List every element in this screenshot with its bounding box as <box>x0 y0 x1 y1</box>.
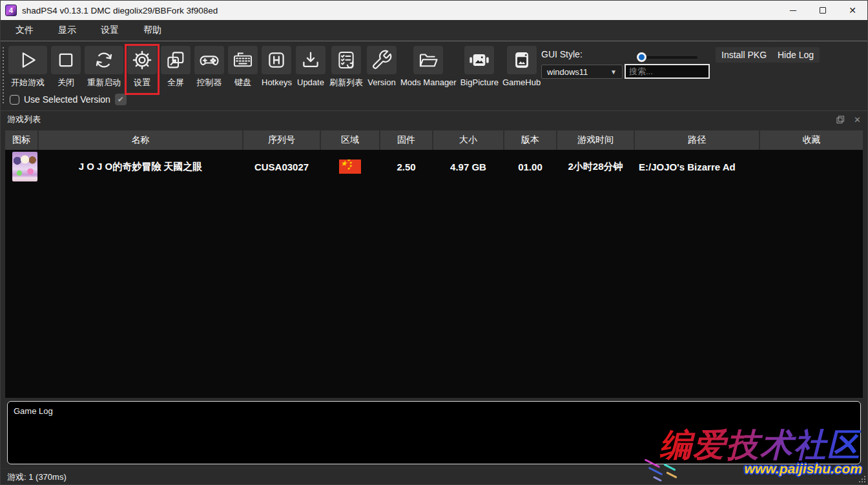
shadps4-window: 4 shadPS4 v0.13.1 DMC diegolix29/BBFork … <box>0 0 868 485</box>
chevron-down-icon: ▼ <box>610 68 617 76</box>
cell-path: E:/JOJO's Bizarre Ad <box>635 161 759 172</box>
game-hub-button[interactable]: GameHub <box>502 46 541 87</box>
column-header-size[interactable]: 大小 <box>433 130 503 150</box>
titlebar: 4 shadPS4 v0.13.1 DMC diegolix29/BBFork … <box>1 1 867 20</box>
table-header-row: 图标 名称 序列号 区域 固件 大小 版本 游戏时间 路径 收藏 <box>5 130 863 150</box>
game-log-title: Game Log <box>14 406 53 416</box>
use-selected-version-row: Use Selected Version ✔ <box>10 94 127 105</box>
dock-close-button[interactable]: ✕ <box>854 115 861 125</box>
settings-button[interactable]: 设置 <box>127 46 157 87</box>
gui-style-select[interactable]: windows11 ▼ <box>541 65 623 79</box>
install-pkg-button[interactable]: Install PKG <box>716 47 772 63</box>
version-toggle-checkbox[interactable]: ✔ <box>115 94 127 105</box>
version-button[interactable]: Version <box>367 46 397 87</box>
game-list-area: J O J O的奇妙冒險 天國之眼 CUSA03027 ★★★★★ 2.50 4… <box>5 150 863 398</box>
gui-style-select-value: windows11 <box>547 67 588 77</box>
column-header-playtime[interactable]: 游戏时间 <box>557 130 634 150</box>
gui-style-cluster: GUI Style: Install PKG Hide Log windows1… <box>541 46 867 108</box>
column-header-name[interactable]: 名称 <box>39 130 242 150</box>
fullscreen-button[interactable]: 全屏 <box>161 46 191 87</box>
controller-icon <box>198 49 220 71</box>
big-picture-icon <box>468 49 490 71</box>
cell-version: 01.00 <box>504 161 556 172</box>
cell-serial: CUSA03027 <box>243 161 320 172</box>
use-selected-version-label: Use Selected Version <box>24 94 110 105</box>
search-input[interactable] <box>625 64 710 79</box>
minimize-button[interactable]: ─ <box>778 1 808 20</box>
play-icon <box>17 49 39 71</box>
close-button[interactable]: ✕ <box>838 1 867 20</box>
toolbar: 开始游戏 关闭 重新启动 设置 全屏 控制器 <box>1 42 867 110</box>
column-header-icon[interactable]: 图标 <box>5 130 37 150</box>
play-button[interactable]: 开始游戏 <box>8 46 47 87</box>
cell-size: 4.97 GB <box>433 161 503 172</box>
hide-log-button[interactable]: Hide Log <box>772 47 820 63</box>
folder-icon <box>417 49 439 71</box>
cell-firmware: 2.50 <box>380 161 432 172</box>
download-icon <box>300 49 322 71</box>
maximize-icon <box>820 7 826 14</box>
status-text: 游戏: 1 (370ms) <box>7 471 67 483</box>
column-header-favorite[interactable]: 收藏 <box>760 130 863 150</box>
stop-button[interactable]: 关闭 <box>51 46 81 87</box>
use-selected-version-checkbox[interactable] <box>10 95 19 105</box>
game-list-title: 游戏列表 <box>7 114 41 125</box>
column-header-serial[interactable]: 序列号 <box>243 130 320 150</box>
game-cover-image <box>12 152 37 181</box>
gear-icon <box>131 49 153 71</box>
menu-view[interactable]: 显示 <box>54 23 80 38</box>
restart-icon <box>93 49 115 71</box>
log-panel: Game Log <box>1 398 867 468</box>
gui-style-slider[interactable] <box>637 52 698 62</box>
menu-settings[interactable]: 设置 <box>97 23 123 38</box>
status-bar: 游戏: 1 (370ms) <box>1 468 867 485</box>
fullscreen-icon <box>165 49 187 71</box>
app-logo-icon: 4 <box>5 5 17 16</box>
column-header-version[interactable]: 版本 <box>504 130 556 150</box>
refresh-list-button[interactable]: 刷新列表 <box>329 46 363 87</box>
wrench-icon <box>371 49 393 71</box>
maximize-button[interactable] <box>808 1 838 20</box>
cell-playtime: 2小时28分钟 <box>557 161 634 173</box>
game-list-titlebar: 游戏列表 ✕ <box>1 111 867 128</box>
stop-icon <box>55 49 77 71</box>
dock-float-button[interactable] <box>836 116 845 124</box>
keyboard-icon <box>232 49 254 71</box>
game-list-panel: 游戏列表 ✕ 图标 名称 序列号 区域 固件 大小 版本 游戏时间 路径 收藏 <box>1 110 867 398</box>
cell-region: ★★★★★ <box>321 160 379 174</box>
update-button[interactable]: Update <box>296 46 326 87</box>
controller-button[interactable]: 控制器 <box>194 46 224 87</box>
column-header-path[interactable]: 路径 <box>635 130 759 150</box>
china-flag-icon: ★★★★★ <box>339 160 361 174</box>
menu-file[interactable]: 文件 <box>12 23 37 38</box>
game-log-box[interactable]: Game Log <box>7 401 861 464</box>
keyboard-button[interactable]: 键盘 <box>228 46 258 87</box>
slider-thumb[interactable] <box>637 52 646 62</box>
menu-bar: 文件 显示 设置 帮助 <box>1 20 867 41</box>
cell-name: J O J O的奇妙冒險 天國之眼 <box>39 161 242 173</box>
mods-manager-button[interactable]: Mods Manager <box>400 46 457 87</box>
float-icon <box>836 116 845 124</box>
game-row[interactable]: J O J O的奇妙冒險 天國之眼 CUSA03027 ★★★★★ 2.50 4… <box>5 150 863 183</box>
resize-grip[interactable] <box>859 476 865 482</box>
column-header-region[interactable]: 区域 <box>321 130 379 150</box>
hotkeys-icon <box>265 49 287 71</box>
window-title: shadPS4 v0.13.1 DMC diegolix29/BBFork 3f… <box>22 6 218 15</box>
column-header-firmware[interactable]: 固件 <box>380 130 432 150</box>
big-picture-button[interactable]: BigPicture <box>460 46 499 87</box>
hotkeys-button[interactable]: Hotkeys <box>262 46 292 87</box>
gui-style-label: GUI Style: <box>541 49 583 59</box>
refresh-list-icon <box>335 49 357 71</box>
restart-button[interactable]: 重新启动 <box>85 46 123 87</box>
menu-help[interactable]: 帮助 <box>140 23 165 38</box>
game-hub-icon <box>511 49 533 71</box>
